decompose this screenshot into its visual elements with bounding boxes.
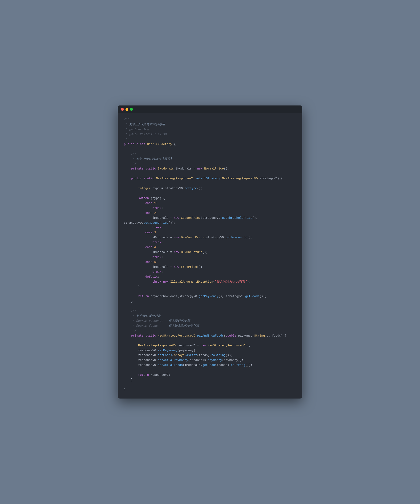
code-window: /** * 简单工厂+策略模式的使用 * @author Amg * @date… <box>118 105 302 399</box>
code-area: /** * 简单工厂+策略模式的使用 * @author Amg * @date… <box>118 113 302 399</box>
title-bar <box>118 105 302 113</box>
code-content: /** * 简单工厂+策略模式的使用 * @author Amg * @date… <box>124 117 296 392</box>
minimize-button[interactable] <box>125 108 128 111</box>
close-button[interactable] <box>121 108 124 111</box>
maximize-button[interactable] <box>130 108 133 111</box>
